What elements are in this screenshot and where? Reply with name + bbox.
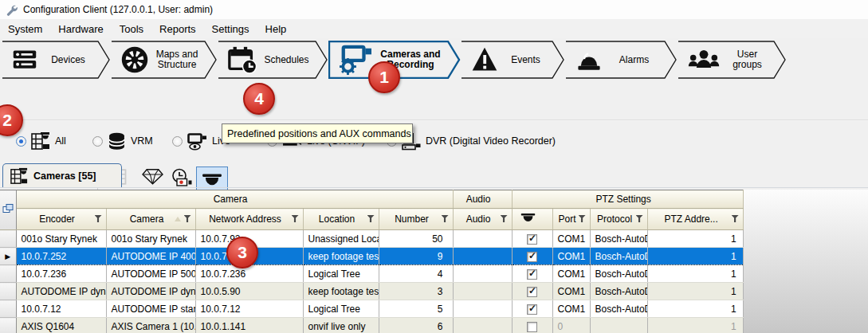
cell-ptz-enabled[interactable]	[512, 300, 552, 318]
cell-location[interactable]: keep footage test	[303, 283, 379, 300]
cell-location[interactable]: Logical Tree	[303, 300, 379, 318]
column-header-protocol[interactable]: Protocol	[590, 209, 647, 230]
cell-encoder[interactable]: AXIS Q1604	[16, 318, 106, 333]
nav-tab-devices[interactable]: Devices	[2, 41, 111, 79]
cell-ptz-address[interactable]: 1	[647, 318, 743, 333]
cell-encoder[interactable]: 10.0.7.236	[16, 265, 106, 283]
filter-option-all[interactable]: All	[16, 127, 66, 155]
cell-network-address[interactable]: 10.0.7.12	[195, 300, 303, 318]
cell-ptz-address[interactable]: 1	[647, 283, 743, 300]
ptz-checkbox[interactable]	[527, 234, 537, 245]
cell-protocol[interactable]: Bosch-AutoDo	[590, 248, 647, 265]
column-header-encoder[interactable]: Encoder	[16, 209, 106, 230]
cell-camera[interactable]: AUTODOME IP starli	[106, 300, 195, 318]
cell-encoder[interactable]: 001o Stary Rynek	[16, 230, 106, 248]
nav-tab-schedules[interactable]: Schedules	[218, 41, 328, 79]
cell-encoder[interactable]: AUTODOME IP dyna	[16, 283, 106, 300]
cell-port[interactable]: COM1	[552, 248, 590, 265]
cell-ptz-address[interactable]: 1	[647, 265, 743, 283]
cell-number[interactable]: 6	[379, 318, 453, 333]
filter-icon[interactable]	[95, 215, 102, 222]
nav-tab-alarms[interactable]: Alarms	[565, 41, 678, 79]
ptz-checkbox[interactable]	[527, 252, 537, 262]
row-selector[interactable]: ▶	[0, 248, 16, 265]
cell-camera[interactable]: AUTODOME IP dyna	[106, 283, 195, 300]
tab-cameras[interactable]: Cameras [55]	[2, 163, 122, 187]
menu-item-help[interactable]: Help	[257, 23, 295, 35]
cell-network-address[interactable]: 10.0.5.90	[195, 283, 303, 300]
menu-item-settings[interactable]: Settings	[204, 23, 257, 35]
cell-number[interactable]: 4	[379, 265, 453, 283]
cell-number[interactable]: 5	[379, 300, 453, 318]
table-row[interactable]: 10.0.7.12 AUTODOME IP starli 10.0.7.12 L…	[0, 300, 743, 318]
cell-port[interactable]: COM1	[552, 230, 590, 248]
filter-icon[interactable]	[501, 215, 508, 222]
column-header-port[interactable]: Port	[552, 209, 590, 230]
diamond-button[interactable]	[142, 168, 163, 188]
cell-protocol[interactable]: Bosch-AutoDo	[590, 230, 647, 248]
cell-port[interactable]: 0	[552, 318, 590, 333]
cell-audio[interactable]	[453, 283, 512, 300]
menu-item-hardware[interactable]: Hardware	[50, 23, 111, 35]
row-selector[interactable]	[0, 265, 16, 283]
cell-ptz-enabled[interactable]	[512, 283, 552, 300]
cell-audio[interactable]	[453, 300, 512, 318]
filter-icon[interactable]	[442, 215, 449, 222]
cell-protocol[interactable]: Bosch-AutoDo	[590, 300, 647, 318]
cell-location[interactable]: keep footage test	[303, 248, 379, 265]
table-row-selected[interactable]: ▶ 10.0.7.252 AUTODOME IP 4000i 10.0.7.25…	[0, 248, 743, 265]
cell-audio[interactable]	[453, 318, 512, 333]
cell-location[interactable]: Logical Tree	[303, 265, 379, 283]
cell-port[interactable]: COM1	[552, 283, 590, 300]
table-row[interactable]: AXIS Q1604 AXIS Camera 1 (10.0. 10.0.1.1…	[0, 318, 743, 333]
cell-ptz-address[interactable]: 1	[647, 248, 743, 265]
filter-icon[interactable]	[367, 215, 375, 222]
radio-live[interactable]	[172, 136, 183, 147]
cell-number[interactable]: 50	[379, 230, 453, 248]
cell-port[interactable]: COM1	[552, 265, 590, 283]
table-row[interactable]: 10.0.7.236 AUTODOME IP 5000i 10.0.7.236 …	[0, 265, 743, 283]
cell-network-address[interactable]: 10.0.1.141	[195, 318, 303, 333]
cell-ptz-enabled[interactable]	[512, 265, 552, 283]
row-selector[interactable]	[0, 300, 16, 318]
cell-camera[interactable]: AXIS Camera 1 (10.0.	[106, 318, 195, 333]
nav-tab-maps-structure[interactable]: Maps and Structure	[111, 41, 218, 79]
row-selector[interactable]	[0, 318, 16, 333]
row-selector[interactable]	[0, 283, 16, 300]
cell-ptz-address[interactable]: 1	[647, 230, 743, 248]
filter-icon[interactable]	[636, 215, 643, 222]
cell-protocol[interactable]: Bosch-AutoDo	[590, 265, 647, 283]
cell-camera[interactable]: AUTODOME IP 5000i	[106, 265, 195, 283]
ptz-checkbox[interactable]	[527, 322, 537, 332]
table-row[interactable]: AUTODOME IP dyna AUTODOME IP dyna 10.0.5…	[0, 283, 743, 300]
cell-number[interactable]: 9	[379, 248, 453, 265]
cell-camera[interactable]: 001o Stary Rynek	[106, 230, 195, 248]
cell-ptz-enabled[interactable]	[512, 318, 552, 333]
cell-ptz-enabled[interactable]	[512, 230, 552, 248]
cell-audio[interactable]	[453, 248, 512, 265]
menu-item-tools[interactable]: Tools	[112, 23, 151, 35]
cell-audio[interactable]	[453, 230, 512, 248]
cell-camera[interactable]: AUTODOME IP 4000i	[106, 248, 195, 265]
filter-icon[interactable]	[292, 215, 299, 222]
ptz-checkbox[interactable]	[527, 304, 537, 315]
cell-protocol[interactable]: Bosch-AutoDo	[590, 283, 647, 300]
filter-option-vrm[interactable]: VRM	[92, 127, 153, 155]
column-header-ptz-enabled[interactable]	[512, 209, 552, 230]
menu-item-system[interactable]: System	[0, 23, 50, 35]
table-row[interactable]: 001o Stary Rynek 001o Stary Rynek 10.0.7…	[0, 230, 743, 248]
cell-ptz-enabled[interactable]	[512, 248, 552, 265]
column-header-network-address[interactable]: Network Address	[195, 209, 303, 230]
column-header-camera[interactable]: Camera	[106, 209, 195, 230]
column-header-location[interactable]: Location	[303, 209, 379, 230]
grid-corner-cell[interactable]	[0, 190, 16, 230]
filter-icon[interactable]	[184, 215, 191, 222]
radio-all[interactable]	[16, 136, 26, 147]
filter-icon[interactable]	[732, 215, 739, 222]
radio-vrm[interactable]	[92, 136, 103, 147]
filter-icon[interactable]	[579, 215, 586, 222]
cell-encoder[interactable]: 10.0.7.252	[16, 248, 106, 265]
column-header-audio[interactable]: Audio	[453, 209, 512, 230]
cell-network-address[interactable]: 10.0.7.236	[195, 265, 303, 283]
cell-port[interactable]: COM1	[552, 300, 590, 318]
